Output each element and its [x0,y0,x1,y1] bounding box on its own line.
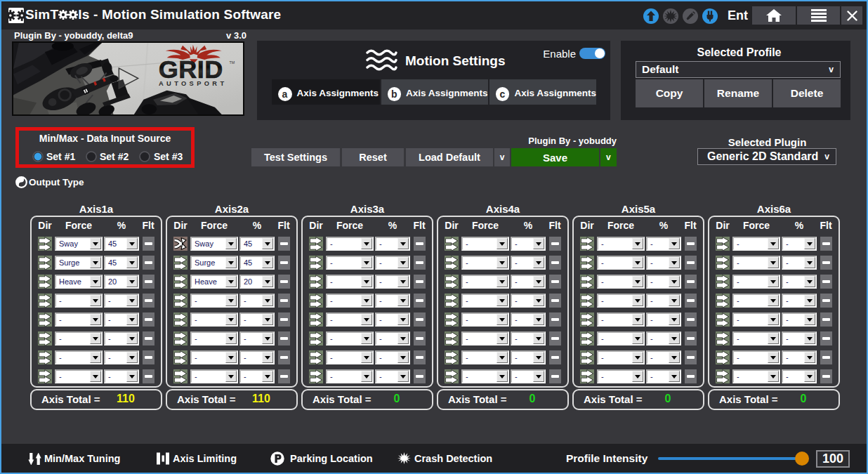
svg-text:TM: TM [229,60,235,65]
svg-text:AUTOSPORT: AUTOSPORT [159,80,228,87]
svg-text:GRID: GRID [159,55,223,82]
